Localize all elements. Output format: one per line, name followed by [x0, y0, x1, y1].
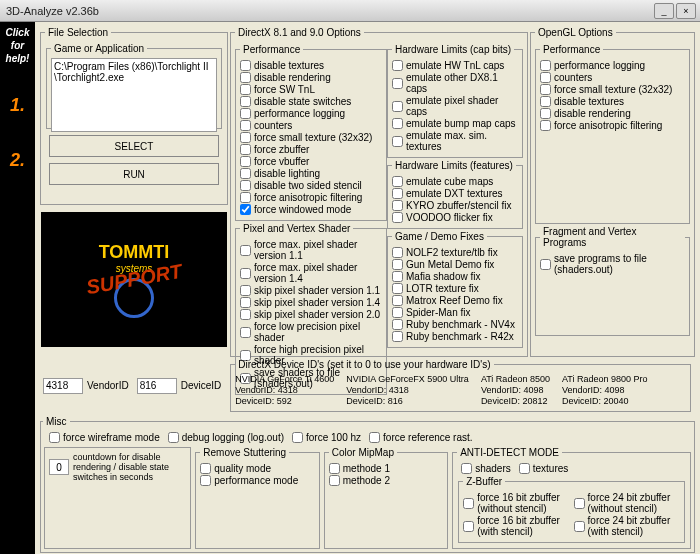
gl-fvp-item-0[interactable]: save programs to file (shaders.out) — [540, 253, 685, 275]
device-ids-group: DirectX Device ID's (set it to 0 to use … — [230, 359, 691, 412]
dx-perf-item-4[interactable]: performance logging — [240, 108, 382, 119]
dx-hlc-item-1[interactable]: emulate other DX8.1 caps — [392, 72, 518, 94]
zb1-item-1[interactable]: force 16 bit zbuffer (with stencil) — [463, 515, 569, 537]
dx-hlc-item-3[interactable]: emulate bump map caps — [392, 118, 518, 129]
dx-perf-item-5[interactable]: counters — [240, 120, 382, 131]
force-100hz-checkbox[interactable]: force 100 hz — [292, 432, 361, 443]
step-1: 1. — [10, 95, 25, 116]
sidebar: Click for help! 1. 2. — [0, 22, 35, 554]
dx-perf-item-9[interactable]: disable lighting — [240, 168, 382, 179]
device-card-0: NVIDIA GeForce Ti 4600VendorID: 4318Devi… — [235, 374, 334, 407]
zb2-item-0[interactable]: force 24 bit zbuffer (without stencil) — [574, 492, 680, 514]
dx-perf-item-6[interactable]: force small texture (32x32) — [240, 132, 382, 143]
gl-perf-item-2[interactable]: force small texture (32x32) — [540, 84, 685, 95]
gl-perf-item-5[interactable]: force anisotropic filtering — [540, 120, 685, 131]
dx-pvs-item-5[interactable]: force low precision pixel shader — [240, 321, 382, 343]
file-path-display: C:\Program Files (x86)\Torchlight II\Tor… — [51, 58, 217, 132]
dx-hlc-item-2[interactable]: emulate pixel shader caps — [392, 95, 518, 117]
dx-gdf-item-5[interactable]: Spider-Man fix — [392, 307, 518, 318]
rs-item-1[interactable]: performance mode — [200, 475, 314, 486]
dx-performance-group: Performance disable texturesdisable rend… — [235, 44, 387, 221]
gl-fvp-group: Fragment and Vertex Programs save progra… — [535, 226, 690, 336]
step-2: 2. — [10, 150, 25, 171]
game-app-group: Game or Application C:\Program Files (x8… — [46, 43, 222, 129]
reference-rast-checkbox[interactable]: force reference rast. — [369, 432, 472, 443]
dx-gdf-item-7[interactable]: Ruby benchmark - R42x — [392, 331, 518, 342]
zbuffer-group: Z-Buffer force 16 bit zbuffer (without s… — [458, 476, 685, 543]
dx-gdf-item-3[interactable]: LOTR texture fix — [392, 283, 518, 294]
dx-perf-item-1[interactable]: disable rendering — [240, 72, 382, 83]
device-card-1: NVIDIA GeForceFX 5900 UltraVendorID: 431… — [346, 374, 469, 407]
dx-gdf-item-4[interactable]: Matrox Reef Demo fix — [392, 295, 518, 306]
dx-perf-item-10[interactable]: disable two sided stencil — [240, 180, 382, 191]
misc-group: Misc force wireframe mode debug logging … — [40, 416, 695, 553]
ad-shaders-checkbox[interactable]: shaders — [461, 463, 511, 474]
dx-pvs-item-2[interactable]: skip pixel shader version 1.1 — [240, 285, 382, 296]
dx-hlf-item-3[interactable]: VOODOO flicker fix — [392, 212, 518, 223]
anti-detect-group: ANTI-DETECT MODE shaders textures Z-Buff… — [452, 447, 691, 549]
dx-perf-item-7[interactable]: force zbuffer — [240, 144, 382, 155]
ad-textures-checkbox[interactable]: textures — [519, 463, 569, 474]
file-selection-group: File Selection Game or Application C:\Pr… — [40, 27, 228, 205]
dx-perf-item-11[interactable]: force anisotropic filtering — [240, 192, 382, 203]
logo-title: TOMMTI — [99, 242, 170, 263]
deviceid-label: DeviceID — [181, 380, 222, 391]
zb1-item-0[interactable]: force 16 bit zbuffer (without stencil) — [463, 492, 569, 514]
dx-pvs-item-4[interactable]: skip pixel shader version 2.0 — [240, 309, 382, 320]
deviceid-input[interactable] — [137, 378, 177, 394]
directx-legend: DirectX 8.1 and 9.0 Options — [235, 27, 364, 38]
dx-perf-item-3[interactable]: disable state switches — [240, 96, 382, 107]
window-titlebar: 3D-Analyze v2.36b _ × — [0, 0, 700, 22]
gl-perf-item-0[interactable]: performance logging — [540, 60, 685, 71]
zb2-item-1[interactable]: force 24 bit zbuffer (with stencil) — [574, 515, 680, 537]
dx-gdf-item-1[interactable]: Gun Metal Demo fix — [392, 259, 518, 270]
gl-perf-item-3[interactable]: disable textures — [540, 96, 685, 107]
countdown-input[interactable] — [49, 459, 69, 475]
dx-gdf-item-2[interactable]: Mafia shadow fix — [392, 271, 518, 282]
countdown-group: countdown for disable rendering / disabl… — [44, 447, 191, 549]
dx-gdf-group: Game / Demo Fixes NOLF2 texture/tlb fixG… — [387, 231, 523, 348]
opengl-legend: OpenGL Options — [535, 27, 616, 38]
dx-hlc-item-0[interactable]: emulate HW TnL caps — [392, 60, 518, 71]
cm-item-1[interactable]: methode 2 — [329, 475, 443, 486]
dx-perf-item-12[interactable]: force windowed mode — [240, 204, 382, 215]
help-link[interactable]: Click for help! — [0, 26, 35, 65]
dx-pvs-item-0[interactable]: force max. pixel shader version 1.1 — [240, 239, 382, 261]
dx-perf-item-0[interactable]: disable textures — [240, 60, 382, 71]
dx-pvs-item-1[interactable]: force max. pixel shader version 1.4 — [240, 262, 382, 284]
file-selection-legend: File Selection — [45, 27, 111, 38]
dx-pvs-item-3[interactable]: skip pixel shader version 1.4 — [240, 297, 382, 308]
device-card-2: ATi Radeon 8500VendorID: 4098DeviceID: 2… — [481, 374, 550, 407]
dx-hlc-group: Hardware Limits (cap bits) emulate HW Tn… — [387, 44, 523, 158]
dx-hlf-group: Hardware Limits (features) emulate cube … — [387, 160, 523, 229]
select-button[interactable]: SELECT — [49, 135, 219, 157]
deviceid-row: DeviceID — [137, 358, 222, 413]
close-button[interactable]: × — [676, 3, 696, 19]
dx-hlc-item-4[interactable]: emulate max. sim. textures — [392, 130, 518, 152]
run-button[interactable]: RUN — [49, 163, 219, 185]
debug-logging-checkbox[interactable]: debug logging (log.out) — [168, 432, 284, 443]
minimize-button[interactable]: _ — [654, 3, 674, 19]
dx-hlf-item-0[interactable]: emulate cube maps — [392, 176, 518, 187]
dx-perf-item-2[interactable]: force SW TnL — [240, 84, 382, 95]
vendorid-input[interactable] — [43, 378, 83, 394]
gl-perf-item-4[interactable]: disable rendering — [540, 108, 685, 119]
wireframe-checkbox[interactable]: force wireframe mode — [49, 432, 160, 443]
device-card-3: ATi Radeon 9800 ProVendorID: 4098DeviceI… — [562, 374, 648, 407]
gl-performance-group: Performance performance loggingcountersf… — [535, 44, 690, 224]
cm-item-0[interactable]: methode 1 — [329, 463, 443, 474]
dx-gdf-item-6[interactable]: Ruby benchmark - NV4x — [392, 319, 518, 330]
rs-item-0[interactable]: quality mode — [200, 463, 314, 474]
directx-options-group: DirectX 8.1 and 9.0 Options Performance … — [230, 27, 528, 357]
logo: SUPPORT TOMMTI systems — [41, 212, 227, 347]
vendorid-label: VendorID — [87, 380, 129, 391]
dx-hlf-item-1[interactable]: emulate DXT textures — [392, 188, 518, 199]
remove-stuttering-group: Remove Stuttering quality modeperformanc… — [195, 447, 319, 549]
vendorid-row: VendorID — [43, 358, 129, 413]
dx-gdf-item-0[interactable]: NOLF2 texture/tlb fix — [392, 247, 518, 258]
color-mipmap-group: Color MipMap methode 1methode 2 — [324, 447, 448, 549]
game-app-legend: Game or Application — [51, 43, 147, 54]
dx-hlf-item-2[interactable]: KYRO zbuffer/stencil fix — [392, 200, 518, 211]
dx-perf-item-8[interactable]: force vbuffer — [240, 156, 382, 167]
gl-perf-item-1[interactable]: counters — [540, 72, 685, 83]
